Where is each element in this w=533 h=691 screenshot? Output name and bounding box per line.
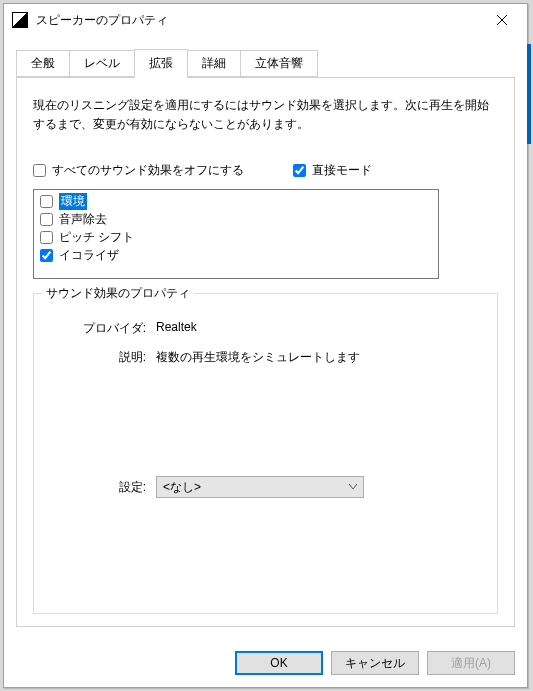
effects-listbox[interactable]: 環境 音声除去 ピッチ シフト イコライザ bbox=[33, 189, 439, 279]
setting-value: <なし> bbox=[163, 479, 201, 496]
list-item[interactable]: ピッチ シフト bbox=[36, 228, 436, 246]
description-value: 複数の再生環境をシミュレートします bbox=[156, 349, 360, 366]
tab-detail[interactable]: 詳細 bbox=[187, 50, 241, 77]
provider-label: プロバイダ: bbox=[76, 320, 146, 337]
setting-label: 設定: bbox=[76, 479, 146, 496]
disable-all-effects-label: すべてのサウンド効果をオフにする bbox=[52, 162, 244, 179]
speaker-icon bbox=[12, 12, 28, 28]
close-button[interactable] bbox=[479, 5, 525, 35]
effect-checkbox[interactable] bbox=[40, 231, 53, 244]
effect-label: ピッチ シフト bbox=[59, 229, 134, 246]
tab-page-enhancements: 現在のリスニング設定を適用にするにはサウンド効果を選択します。次に再生を開始する… bbox=[16, 77, 515, 627]
provider-value: Realtek bbox=[156, 320, 197, 337]
group-title: サウンド効果のプロパティ bbox=[42, 285, 194, 302]
tab-enhancements[interactable]: 拡張 bbox=[134, 49, 188, 78]
effect-checkbox[interactable] bbox=[40, 213, 53, 226]
disable-all-effects-checkbox[interactable]: すべてのサウンド効果をオフにする bbox=[33, 162, 293, 179]
tab-spatial[interactable]: 立体音響 bbox=[240, 50, 318, 77]
effect-properties-group: サウンド効果のプロパティ プロバイダ: Realtek 説明: 複数の再生環境を… bbox=[33, 293, 498, 614]
effect-label: イコライザ bbox=[59, 247, 119, 264]
titlebar: スピーカーのプロパティ bbox=[4, 4, 527, 36]
list-item[interactable]: 音声除去 bbox=[36, 210, 436, 228]
client-area: 全般 レベル 拡張 詳細 立体音響 現在のリスニング設定を適用にするにはサウンド… bbox=[4, 36, 527, 635]
direct-mode-label: 直接モード bbox=[312, 162, 372, 179]
effect-checkbox[interactable] bbox=[40, 249, 53, 262]
page-description: 現在のリスニング設定を適用にするにはサウンド効果を選択します。次に再生を開始する… bbox=[33, 96, 498, 134]
accent-strip bbox=[527, 44, 531, 144]
tab-strip: 全般 レベル 拡張 詳細 立体音響 bbox=[16, 52, 515, 77]
dialog-window: スピーカーのプロパティ 全般 レベル 拡張 詳細 立体音響 現在のリスニング設定… bbox=[3, 3, 528, 688]
apply-button[interactable]: 適用(A) bbox=[427, 651, 515, 675]
ok-button[interactable]: OK bbox=[235, 651, 323, 675]
chevron-down-icon bbox=[349, 481, 357, 492]
provider-row: プロバイダ: Realtek bbox=[76, 320, 483, 337]
effect-checkbox[interactable] bbox=[40, 195, 53, 208]
window-title: スピーカーのプロパティ bbox=[36, 12, 479, 29]
description-row: 説明: 複数の再生環境をシミュレートします bbox=[76, 349, 483, 366]
close-icon bbox=[497, 15, 507, 25]
list-item[interactable]: イコライザ bbox=[36, 246, 436, 264]
tab-general[interactable]: 全般 bbox=[16, 50, 70, 77]
tab-level[interactable]: レベル bbox=[69, 50, 135, 77]
effect-label: 環境 bbox=[59, 193, 87, 210]
cancel-button[interactable]: キャンセル bbox=[331, 651, 419, 675]
direct-mode-input[interactable] bbox=[293, 164, 306, 177]
dialog-button-row: OK キャンセル 適用(A) bbox=[4, 639, 527, 687]
description-label: 説明: bbox=[76, 349, 146, 366]
direct-mode-checkbox[interactable]: 直接モード bbox=[293, 162, 372, 179]
setting-combobox[interactable]: <なし> bbox=[156, 476, 364, 498]
top-checkbox-row: すべてのサウンド効果をオフにする 直接モード bbox=[33, 162, 498, 179]
disable-all-effects-input[interactable] bbox=[33, 164, 46, 177]
setting-row: 設定: <なし> bbox=[76, 476, 483, 498]
effect-label: 音声除去 bbox=[59, 211, 107, 228]
list-item[interactable]: 環境 bbox=[36, 192, 436, 210]
